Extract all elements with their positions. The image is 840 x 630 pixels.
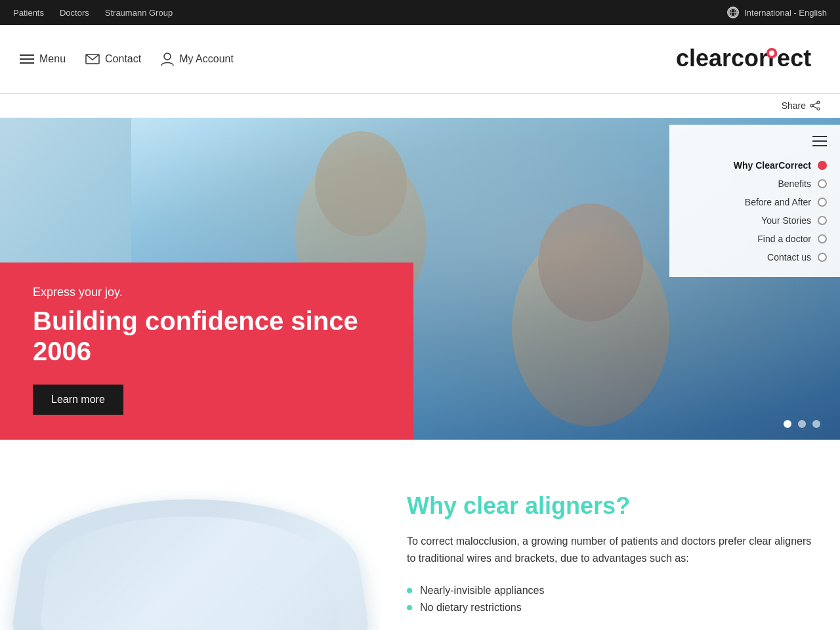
carousel-dot-3[interactable] (812, 420, 820, 428)
share-link[interactable]: Share (782, 100, 820, 111)
straumann-link[interactable]: Straumann Group (105, 8, 173, 18)
share-icon (810, 100, 820, 111)
svg-point-15 (315, 131, 407, 236)
menu-button[interactable]: Menu (20, 53, 66, 65)
share-bar: Share (0, 94, 840, 118)
aligner-image-col (0, 479, 381, 630)
svg-point-7 (769, 51, 774, 56)
menu-label: Menu (39, 53, 66, 65)
contact-button[interactable]: Contact (85, 53, 141, 65)
bullet-dot-2 (407, 605, 412, 610)
side-nav-contact-us[interactable]: Contact us (682, 248, 827, 266)
svg-text:clearcorrect: clearcorrect (676, 45, 811, 72)
clearcorrect-logo: clearcorrect (676, 41, 820, 74)
side-nav: Why ClearCorrect Benefits Before and Aft… (669, 125, 840, 277)
content-text-col: Why clear aligners? To correct malocclus… (407, 479, 820, 630)
list-icon (812, 135, 827, 147)
main-header: Menu Contact My Account clearcorrect (0, 25, 840, 94)
account-button[interactable]: My Account (161, 52, 234, 66)
svg-point-4 (164, 53, 171, 60)
content-section: Why clear aligners? To correct malocclus… (0, 440, 840, 630)
svg-point-8 (817, 101, 820, 104)
bullet-dot-1 (407, 588, 412, 593)
side-nav-why-clearcorrect[interactable]: Why ClearCorrect (682, 156, 827, 175)
side-nav-radio-3 (818, 216, 827, 225)
side-nav-find-doctor[interactable]: Find a doctor (682, 230, 827, 248)
aligner-shape (6, 499, 375, 630)
header-left-nav: Menu Contact My Account (20, 52, 234, 66)
aligner-inner (36, 516, 345, 630)
list-item: Nearly-invisible appliances (407, 582, 820, 599)
carousel-dots (784, 420, 820, 428)
side-nav-list-icon (682, 135, 827, 147)
svg-point-10 (810, 104, 813, 107)
svg-line-12 (813, 106, 817, 108)
side-nav-benefits[interactable]: Benefits (682, 175, 827, 193)
bullet-list: Nearly-invisible appliances No dietary r… (407, 582, 820, 616)
hero-content-box: Express your joy. Building confidence si… (0, 262, 413, 440)
section-description: To correct malocclusion, a growing numbe… (407, 533, 820, 566)
bullet-text-2: No dietary restrictions (420, 602, 522, 614)
side-nav-radio-5 (818, 253, 827, 262)
site-logo[interactable]: clearcorrect (676, 41, 820, 77)
bullet-text-1: Nearly-invisible appliances (420, 585, 544, 597)
envelope-icon (85, 54, 100, 64)
account-label: My Account (179, 53, 234, 65)
hero-title: Building confidence since 2006 (33, 306, 387, 366)
list-item: No dietary restrictions (407, 599, 820, 616)
hero-tagline: Express your joy. (33, 285, 387, 299)
svg-point-17 (538, 203, 643, 322)
side-nav-before-after[interactable]: Before and After (682, 193, 827, 211)
side-nav-radio-0 (818, 161, 827, 170)
person-icon (161, 52, 174, 66)
carousel-dot-2[interactable] (798, 420, 806, 428)
side-nav-your-stories[interactable]: Your Stories (682, 211, 827, 230)
doctors-link[interactable]: Doctors (60, 8, 89, 18)
top-bar-right: International - English (727, 7, 827, 18)
side-nav-radio-1 (818, 179, 827, 188)
side-nav-radio-2 (818, 198, 827, 207)
hamburger-icon (20, 54, 34, 64)
globe-icon (727, 7, 739, 18)
hero-section: Express your joy. Building confidence si… (0, 118, 840, 440)
side-nav-radio-4 (818, 234, 827, 243)
language-selector[interactable]: International - English (744, 8, 827, 18)
top-bar-nav: Patients Doctors Straumann Group (13, 8, 173, 18)
patients-link[interactable]: Patients (13, 8, 44, 18)
carousel-dot-1[interactable] (784, 420, 791, 428)
learn-more-button[interactable]: Learn more (33, 385, 123, 415)
svg-point-9 (817, 108, 820, 110)
share-label: Share (782, 100, 806, 111)
contact-label: Contact (105, 53, 141, 65)
section-title: Why clear aligners? (407, 492, 820, 520)
svg-line-11 (813, 103, 817, 105)
top-bar: Patients Doctors Straumann Group Interna… (0, 0, 840, 25)
